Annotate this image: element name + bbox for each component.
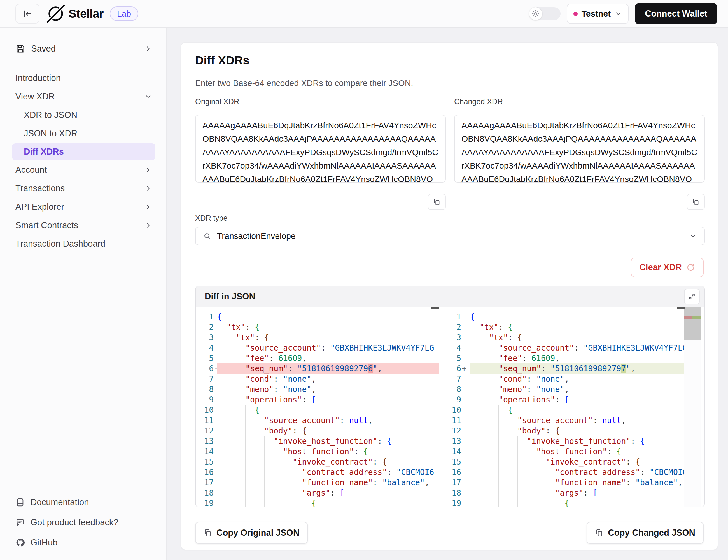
connect-wallet-button[interactable]: Connect Wallet — [635, 3, 717, 24]
chevron-down-icon — [615, 10, 622, 17]
copy-icon — [433, 198, 441, 206]
brand-name: Stellar — [69, 7, 104, 20]
copy-icon — [204, 529, 212, 537]
diff-panel-title: Diff in JSON — [205, 291, 684, 302]
copy-original-xdr-button[interactable] — [428, 194, 446, 210]
copy-icon — [692, 198, 700, 206]
chevron-right-icon — [144, 221, 152, 229]
footer-link-feedback[interactable]: Got product feedback? — [15, 512, 155, 533]
save-icon — [15, 44, 25, 54]
network-name: Testnet — [582, 9, 611, 18]
feedback-bubble-icon — [15, 518, 25, 527]
sidebar-item-account[interactable]: Account — [15, 161, 152, 179]
book-icon — [15, 498, 25, 507]
footer-link-github[interactable]: GitHub — [15, 533, 155, 553]
xdr-type-value: TransactionEnvelope — [217, 231, 689, 241]
diff-panel-header: Diff in JSON — [196, 286, 704, 307]
chevron-right-icon — [144, 185, 152, 192]
diff-editor: 1{2 "tx": {3 "tx": {4 "source_account": … — [196, 307, 704, 507]
footer-link-documentation[interactable]: Documentation — [15, 492, 155, 512]
diff-pane-changed[interactable]: 1{2 "tx": {3 "tx": {4 "source_account": … — [450, 307, 684, 507]
scrollbar-thumb[interactable] — [431, 307, 439, 309]
changed-xdr-input[interactable]: AAAAAgAAAABuE6DqJtabKrzBfrNo6A0Zt1FrFAV4… — [454, 115, 705, 183]
sidebar-divider — [15, 66, 152, 66]
chevron-right-icon — [144, 203, 152, 211]
page-subtitle: Enter two Base-64 encoded XDRs to compar… — [195, 78, 413, 88]
chevron-down-icon — [689, 232, 697, 240]
sidebar-footer: Documentation Got product feedback? G — [15, 492, 155, 553]
sidebar-item-diff-xdrs[interactable]: Diff XDRs — [12, 143, 155, 160]
copy-icon — [595, 529, 603, 537]
chevron-down-icon — [144, 93, 152, 101]
diff-overview-ruler[interactable] — [684, 307, 701, 507]
overview-viewport[interactable] — [684, 307, 701, 340]
sidebar-item-view-xdr[interactable]: View XDR — [15, 87, 152, 106]
theme-toggle[interactable] — [529, 7, 561, 20]
diff-pane-original[interactable]: 1{2 "tx": {3 "tx": {4 "source_account": … — [196, 307, 439, 507]
xdr-type-select[interactable]: TransactionEnvelope — [195, 227, 705, 245]
diff-in-json-panel: Diff in JSON 1{2 "tx": {3 "tx": {4 "sour… — [195, 286, 705, 507]
original-xdr-label: Original XDR — [195, 97, 239, 106]
network-select[interactable]: Testnet — [567, 4, 629, 24]
stellar-logo-icon[interactable] — [47, 5, 65, 23]
original-xdr-input[interactable]: AAAAAgAAAABuE6DqJtabKrzBfrNo6A0Zt1FrFAV4… — [195, 115, 446, 183]
network-status-dot — [573, 12, 578, 16]
chevron-right-icon — [144, 45, 152, 53]
sidebar-item-api-explorer[interactable]: API Explorer — [15, 198, 152, 216]
sidebar: Saved Introduction View XDR XDR to JSON … — [0, 28, 167, 560]
sidebar-item-smart-contracts[interactable]: Smart Contracts — [15, 216, 152, 235]
sidebar-item-xdr-to-json[interactable]: XDR to JSON — [15, 106, 152, 124]
top-bar: Stellar Lab Testnet — [0, 0, 728, 28]
overview-removed-mark — [684, 316, 692, 319]
scrollbar-thumb[interactable] — [677, 307, 685, 309]
page-title: Diff XDRs — [195, 54, 249, 67]
sidebar-item-transactions[interactable]: Transactions — [15, 179, 152, 198]
copy-changed-xdr-button[interactable] — [687, 194, 705, 210]
github-icon — [15, 538, 25, 547]
chevron-right-icon — [144, 166, 152, 174]
collapse-sidebar-icon — [23, 9, 32, 18]
refresh-icon — [686, 263, 695, 272]
expand-diff-button[interactable] — [684, 289, 700, 304]
copy-original-json-button[interactable]: Copy Original JSON — [195, 522, 308, 544]
sidebar-item-introduction[interactable]: Introduction — [15, 69, 152, 87]
stellar-lab-app: Stellar Lab Testnet — [0, 0, 728, 560]
copy-changed-json-button[interactable]: Copy Changed JSON — [587, 522, 704, 544]
sidebar-item-transaction-dashboard[interactable]: Transaction Dashboard — [15, 235, 152, 253]
sidebar-item-label: Saved — [31, 44, 56, 54]
xdr-type-label: XDR type — [195, 214, 228, 223]
lab-badge: Lab — [110, 6, 138, 21]
sun-icon — [529, 7, 542, 20]
changed-xdr-label: Changed XDR — [454, 97, 503, 106]
search-icon — [203, 232, 211, 240]
expand-icon — [688, 293, 696, 300]
collapse-sidebar-button[interactable] — [15, 4, 39, 24]
overview-added-mark — [692, 316, 701, 319]
clear-xdr-button[interactable]: Clear XDR — [631, 258, 704, 277]
diff-xdrs-card: Diff XDRs Enter two Base-64 encoded XDRs… — [181, 42, 718, 550]
sidebar-item-saved[interactable]: Saved — [15, 38, 152, 60]
sidebar-item-json-to-xdr[interactable]: JSON to XDR — [15, 124, 152, 143]
